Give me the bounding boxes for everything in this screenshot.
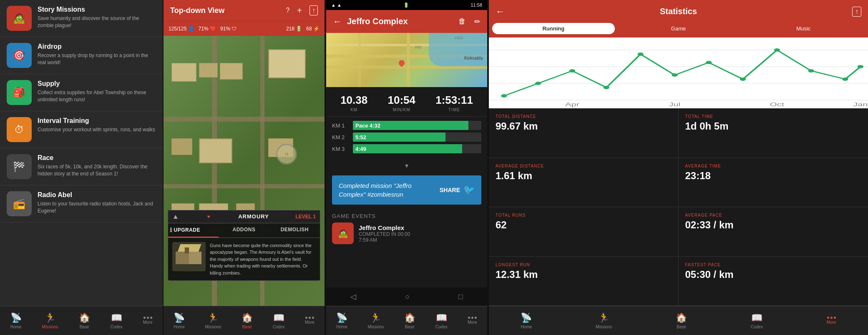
nav-label-codex: Codex (435, 325, 448, 329)
edit-icon[interactable]: ✏ (474, 17, 481, 26)
armoury-header: ▲ ♥ ARMOURY LEVEL 1 (168, 210, 320, 223)
stat-cell-2: AVERAGE DISTANCE 1.61 km (489, 158, 679, 208)
nav-icon-missions: 🏃 (370, 312, 381, 323)
nav-item-base[interactable]: 🏠Base (242, 312, 253, 329)
nav-label-base: Base (677, 325, 686, 329)
stats-tab-music[interactable]: Music (742, 23, 865, 34)
map-area[interactable]: H ▲ ♥ ARMOURY LEVEL 1 ℹ UPGRADE ADDONS D… (164, 36, 325, 306)
nav-item-more[interactable]: More (143, 317, 153, 325)
nav-label-home: Home (174, 325, 185, 329)
stats-tab-running[interactable]: Running (492, 23, 615, 34)
mission-desc-race: Six races of 5k, 10k, and 20k length. Di… (38, 163, 156, 178)
mission-icon-story: 🧟 (7, 6, 32, 31)
nav-item-more[interactable]: More (468, 317, 477, 325)
back-android[interactable]: ◁ (350, 292, 356, 301)
nav-icon-missions: 🏃 (207, 312, 219, 323)
svg-point-11 (740, 78, 746, 81)
event-title: Jeffro Complex (359, 224, 410, 231)
nav-item-codex[interactable]: 📖Codex (111, 312, 123, 329)
nav-icon-codex: 📖 (111, 312, 122, 323)
mission-icon-supply: 🎒 (7, 80, 32, 105)
more-dots-icon (143, 317, 152, 319)
km-section: KM 1 Pace 4:32 KM 2 5:52 KM 3 4:49 (326, 117, 487, 160)
armoury-tab-addons[interactable]: ADDONS (219, 223, 269, 238)
armoury-tab-upgrade[interactable]: ℹ UPGRADE (168, 223, 219, 238)
nav-label-codex: Codex (751, 325, 763, 329)
stats-tab-game[interactable]: Game (617, 23, 740, 34)
nav-item-home[interactable]: 📡Home (174, 312, 185, 329)
stats-grid: TOTAL DISTANCE 99.67 km TOTAL TIME 1d 0h… (489, 108, 868, 306)
back-icon[interactable]: ← (333, 16, 342, 27)
stat-cell-label-3: AVERAGE TIME (685, 164, 862, 168)
mission-desc-supply: Collect extra supplies for Abel Township… (38, 89, 156, 103)
mission-item-supply[interactable]: 🎒 Supply Collect extra supplies for Abel… (0, 74, 163, 111)
mission-item-airdrop[interactable]: 🎯 Airdrop Recover a supply drop by runni… (0, 37, 163, 74)
svg-point-5 (535, 82, 541, 85)
stat-cell-value-1: 1d 0h 5m (685, 120, 862, 132)
help-icon[interactable]: ? (286, 7, 289, 14)
armoury-popup: ▲ ♥ ARMOURY LEVEL 1 ℹ UPGRADE ADDONS DEM… (168, 210, 320, 281)
nav-item-codex[interactable]: 📖Codex (435, 312, 448, 329)
nav-item-more[interactable]: More (827, 317, 836, 325)
mission-title-supply: Supply (38, 80, 156, 88)
share-icon-p4[interactable]: ↑ (852, 7, 861, 17)
home-android[interactable]: ○ (405, 292, 410, 301)
stat-cell-value-6: 12.31 km (496, 269, 672, 280)
battery-icon: 🔋 (403, 2, 409, 8)
stat-km: 10.38 KM (340, 94, 367, 112)
mission-item-race[interactable]: 🏁 Race Six races of 5k, 10k, and 20k len… (0, 148, 163, 185)
stat-pace-label: MIN/KM (387, 108, 415, 112)
add-icon[interactable]: + (297, 6, 302, 15)
nav-item-missions[interactable]: 🏃Missions (42, 312, 58, 329)
mission-item-story[interactable]: 🧟 Story Missions Save humanity and disco… (0, 0, 163, 37)
event-time: 7:59 AM (359, 237, 410, 243)
nav-item-codex[interactable]: 📖Codex (273, 312, 285, 329)
nav-item-home[interactable]: 📡Home (10, 312, 22, 329)
svg-point-6 (569, 69, 576, 72)
battery-status: 218 🔋 (286, 26, 302, 32)
nav-icon-base: 🏠 (676, 312, 687, 323)
status-bar-p3: ▲ ▲ 🔋 11:58 (326, 0, 487, 10)
more-dots-icon (305, 317, 314, 319)
mission-item-radio[interactable]: 📻 Radio Abel Listen to your favourite ra… (0, 185, 163, 222)
back-icon-p4[interactable]: ← (496, 6, 505, 17)
map-preview-bg: Kirkcaldy A92 A915 (326, 33, 487, 87)
svg-point-4 (501, 94, 507, 98)
share-button[interactable]: SHARE 🐦 (440, 185, 475, 195)
recents-android[interactable]: □ (458, 292, 463, 301)
nav-item-home[interactable]: 📡Home (521, 312, 532, 329)
nav-item-missions[interactable]: 🏃Missions (596, 312, 612, 329)
nav-item-home[interactable]: 📡Home (336, 312, 347, 329)
svg-point-15 (858, 65, 864, 68)
bottom-nav-p2: 📡Home🏃Missions🏠Base📖CodexMore (164, 306, 325, 335)
nav-icon-home: 📡 (521, 312, 532, 323)
nav-item-base[interactable]: 🏠Base (79, 312, 90, 329)
mission-title-story: Story Missions (38, 6, 156, 13)
stat-cell-label-5: AVERAGE PACE (685, 213, 862, 218)
panel-statistics: ← Statistics ↑ RunningGameMusic (488, 0, 868, 335)
nav-label-home: Home (10, 325, 22, 329)
stat-cell-3: AVERAGE TIME 23:18 (679, 158, 868, 208)
km-label-3: KM 3 (332, 146, 349, 152)
nav-item-missions[interactable]: 🏃Missions (367, 312, 384, 329)
panel4-header: ← Statistics ↑ (489, 0, 868, 23)
nav-label-base: Base (242, 325, 252, 329)
mission-item-interval[interactable]: ⏱ Interval Training Customise your worko… (0, 111, 163, 148)
stat-cell-1: TOTAL TIME 1d 0h 5m (679, 108, 868, 158)
share-icon[interactable]: ↑ (309, 5, 318, 15)
expand-km[interactable]: ▾ (326, 160, 487, 171)
nav-label-more: More (143, 320, 153, 325)
stat-cell-label-0: TOTAL DISTANCE (496, 114, 672, 119)
nav-item-base[interactable]: 🏠Base (404, 312, 415, 329)
delete-icon[interactable]: 🗑 (458, 17, 466, 26)
nav-item-base[interactable]: 🏠Base (676, 312, 687, 329)
game-events-title: GAME EVENTS (332, 213, 481, 219)
nav-label-missions: Missions (42, 325, 58, 329)
more-dots-icon (827, 317, 836, 319)
nav-item-missions[interactable]: 🏃Missions (205, 312, 221, 329)
nav-item-codex[interactable]: 📖Codex (751, 312, 763, 329)
armoury-tab-demolish[interactable]: DEMOLISH (269, 223, 320, 238)
km-row-2: KM 2 5:52 (332, 132, 481, 142)
mission-title-race: Race (38, 154, 156, 162)
nav-item-more[interactable]: More (305, 317, 314, 325)
